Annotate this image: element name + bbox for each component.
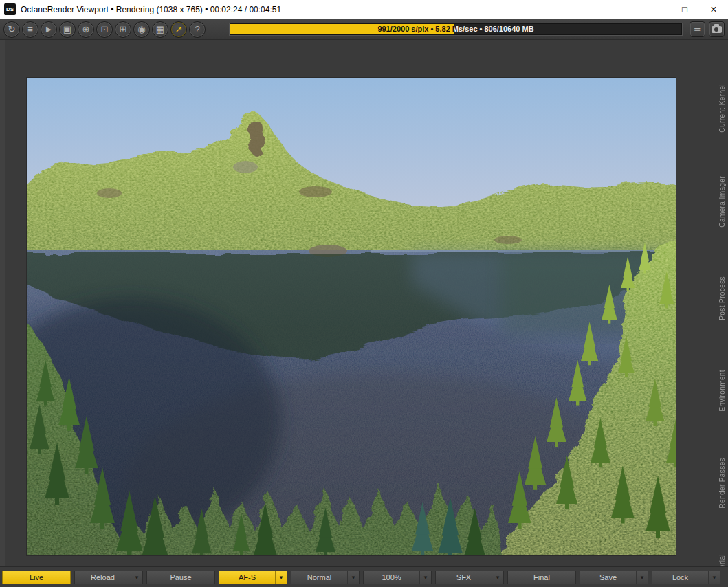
side-tab-post-process[interactable]: Post Process xyxy=(718,276,726,320)
toolbar-right-group: ≣ xyxy=(690,21,725,37)
grid-icon: ▦ xyxy=(156,25,164,34)
record-button[interactable]: ◉ xyxy=(133,21,150,38)
lock-button[interactable]: Lock xyxy=(652,571,708,584)
side-tab-current-kernel[interactable]: Current Kernel xyxy=(718,84,726,133)
side-tab-render-passes[interactable]: Render Passes xyxy=(718,458,726,509)
save-dropdown-arrow-icon[interactable]: ▾ xyxy=(636,571,648,584)
progress-label-dark: 991/2000 s/pix • 5.82 Ms/sec • 806/10640… xyxy=(230,24,454,34)
reload-dropdown-arrow-icon[interactable]: ▾ xyxy=(131,571,143,584)
focus-button[interactable]: ⊡ xyxy=(96,21,113,38)
help-icon: ? xyxy=(195,25,199,34)
normal-mode-dropdown[interactable]: Normal xyxy=(291,571,347,584)
live-button[interactable]: Live xyxy=(2,571,71,584)
list-menu-button[interactable]: ≡ xyxy=(22,21,38,38)
globe-button[interactable]: ⊕ xyxy=(78,21,94,38)
help-button[interactable]: ? xyxy=(189,21,206,38)
zoom-dropdown[interactable]: 100% xyxy=(363,571,419,584)
zoom-dropdown-arrow-icon[interactable]: ▾ xyxy=(419,571,432,584)
grid-button[interactable]: ▦ xyxy=(152,21,168,38)
bottom-toolbar: Live Reload ▾ Pause AF-S ▾ Normal ▾ 100%… xyxy=(0,566,728,587)
pause-button[interactable]: Pause xyxy=(146,571,215,584)
expand-icon: ↗ xyxy=(175,25,183,34)
globe-icon: ⊕ xyxy=(82,25,90,34)
pip-button[interactable]: ▣ xyxy=(59,21,76,38)
refresh-icon: ↻ xyxy=(8,25,16,34)
afs-dropdown-arrow-icon[interactable]: ▾ xyxy=(275,571,287,584)
play-arrow-button[interactable]: ► xyxy=(41,21,57,38)
tiles-icon: ⊞ xyxy=(120,25,127,34)
afs-button[interactable]: AF-S xyxy=(219,571,275,584)
side-tab-environment[interactable]: Environment xyxy=(718,370,726,412)
rendered-scene-image xyxy=(27,78,676,555)
normal-dropdown-arrow-icon[interactable]: ▾ xyxy=(347,571,360,584)
pip-icon: ▣ xyxy=(63,25,71,34)
record-icon: ◉ xyxy=(137,25,145,34)
close-button[interactable]: × xyxy=(699,0,728,19)
lock-dropdown-arrow-icon[interactable]: ▾ xyxy=(708,571,720,584)
side-tab-strip: Current Kernel Camera Imager Post Proces… xyxy=(715,40,728,566)
progress-fill: 991/2000 s/pix • 5.82 Ms/sec • 806/10640… xyxy=(230,24,454,34)
expand-button[interactable]: ↗ xyxy=(170,21,187,38)
minimize-button[interactable]: — xyxy=(641,0,670,19)
sfx-dropdown-arrow-icon[interactable]: ▾ xyxy=(492,571,504,584)
save-button[interactable]: Save xyxy=(580,571,636,584)
left-gutter xyxy=(0,40,5,566)
tiles-button[interactable]: ⊞ xyxy=(115,21,131,38)
render-log-icon: ≣ xyxy=(694,24,701,34)
side-tab-camera-imager[interactable]: Camera Imager xyxy=(718,176,726,228)
render-progress-bar: 991/2000 s/pix • 5.82 Ms/sec • 806/10640… xyxy=(230,23,682,35)
viewport-area xyxy=(0,40,715,566)
reload-button[interactable]: Reload xyxy=(74,571,131,584)
window-title: OctaneRender Viewport • Rendering (1038 … xyxy=(21,5,641,14)
titlebar: DS OctaneRender Viewport • Rendering (10… xyxy=(0,0,728,19)
final-button[interactable]: Final xyxy=(507,571,576,584)
daz-studio-app-icon: DS xyxy=(4,3,16,15)
maximize-button[interactable]: □ xyxy=(670,0,699,19)
render-toolbar: ↻ ≡ ► ▣ ⊕ ⊡ ⊞ ◉ ▦ ↗ ? 991/2000 s/pix • 5… xyxy=(0,19,728,40)
render-log-button[interactable]: ≣ xyxy=(690,21,705,37)
render-viewport[interactable] xyxy=(27,78,676,555)
snapshot-button[interactable] xyxy=(709,21,725,37)
focus-icon: ⊡ xyxy=(101,25,109,34)
play-arrow-icon: ► xyxy=(45,25,54,34)
list-menu-icon: ≡ xyxy=(27,25,33,34)
camera-icon xyxy=(712,26,722,33)
refresh-button[interactable]: ↻ xyxy=(3,21,20,38)
sfx-dropdown[interactable]: SFX xyxy=(435,571,492,584)
window-controls: — □ × xyxy=(641,0,728,19)
octane-render-viewport-window: DS OctaneRender Viewport • Rendering (10… xyxy=(0,0,728,587)
